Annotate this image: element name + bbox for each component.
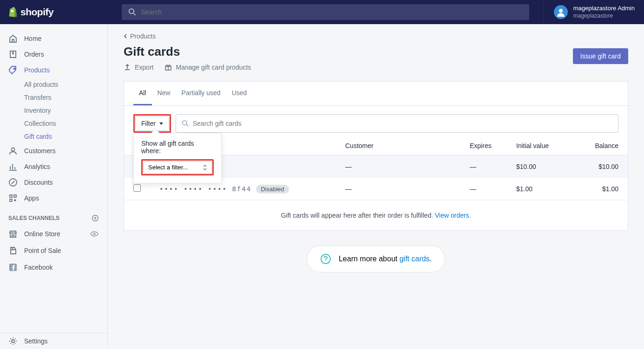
pos-icon bbox=[8, 246, 18, 255]
logo[interactable]: shopify bbox=[0, 6, 108, 18]
filter-popover: Show all gift cards where: Select a filt… bbox=[133, 133, 222, 183]
svg-point-1 bbox=[129, 9, 134, 13]
caret-down-icon bbox=[159, 123, 163, 125]
sidebar-item-discounts[interactable]: Discounts bbox=[0, 174, 107, 190]
filter-bar: Filter Show all gift cards where: Select… bbox=[124, 106, 628, 136]
sidebar-item-home[interactable]: Home bbox=[0, 31, 107, 46]
customers-icon bbox=[8, 146, 18, 155]
gift-icon bbox=[164, 64, 172, 71]
channel-facebook[interactable]: Facebook bbox=[0, 259, 107, 276]
svg-rect-9 bbox=[10, 199, 12, 201]
svg-rect-7 bbox=[10, 195, 12, 197]
chevron-left-icon bbox=[124, 33, 127, 39]
sidebar-item-products[interactable]: Products bbox=[0, 62, 107, 78]
sidebar-item-analytics[interactable]: Analytics bbox=[0, 159, 107, 174]
sidebar-sub-gift-cards[interactable]: Gift cards bbox=[0, 130, 107, 143]
avatar-icon bbox=[556, 7, 565, 17]
sidebar-item-apps[interactable]: Apps bbox=[0, 190, 107, 206]
svg-line-2 bbox=[133, 13, 135, 15]
cell-expires: — bbox=[460, 155, 507, 178]
settings-icon bbox=[8, 336, 18, 346]
popover-label: Show all gift cards where: bbox=[141, 140, 214, 155]
discounts-icon bbox=[8, 178, 18, 187]
sidebar-item-orders[interactable]: Orders bbox=[0, 46, 107, 62]
facebook-icon bbox=[8, 263, 18, 272]
search-gift-cards[interactable] bbox=[176, 114, 618, 133]
sidebar: Home Orders Products All products Transf… bbox=[0, 24, 108, 349]
help-icon bbox=[320, 253, 331, 265]
global-search[interactable] bbox=[122, 4, 529, 20]
svg-point-12 bbox=[13, 248, 13, 249]
svg-rect-8 bbox=[14, 195, 16, 197]
annotation-highlight: Filter bbox=[133, 114, 171, 133]
logo-text: shopify bbox=[20, 6, 53, 18]
sidebar-item-settings[interactable]: Settings bbox=[0, 333, 107, 349]
annotation-highlight-select: Select a filter... bbox=[141, 159, 214, 175]
main-content: Products Gift cards Export Manage gift c… bbox=[108, 24, 644, 349]
svg-line-17 bbox=[186, 124, 188, 126]
sales-channels-header: SALES CHANNELS bbox=[0, 206, 107, 226]
channel-point-of-sale[interactable]: Point of Sale bbox=[0, 242, 107, 259]
sidebar-item-customers[interactable]: Customers bbox=[0, 143, 107, 159]
svg-point-16 bbox=[183, 121, 187, 125]
search-icon bbox=[128, 8, 136, 16]
filter-button[interactable]: Filter bbox=[135, 116, 169, 131]
channel-online-store[interactable]: Online Store bbox=[0, 226, 107, 242]
add-channel-icon[interactable] bbox=[92, 214, 99, 222]
tab-partially-used[interactable]: Partially used bbox=[176, 82, 226, 105]
export-button[interactable]: Export bbox=[124, 64, 153, 71]
export-icon bbox=[124, 64, 131, 71]
manage-products-button[interactable]: Manage gift card products bbox=[164, 64, 251, 71]
view-store-icon[interactable] bbox=[90, 229, 99, 239]
status-badge: Disabled bbox=[256, 185, 289, 194]
analytics-icon bbox=[8, 162, 18, 171]
issue-gift-card-button[interactable]: Issue gift card bbox=[573, 48, 628, 64]
col-expires: Expires bbox=[460, 136, 507, 155]
learn-more-box: Learn more about gift cards. bbox=[307, 246, 445, 272]
sidebar-sub-collections[interactable]: Collections bbox=[0, 117, 107, 130]
select-caret-icon bbox=[203, 165, 207, 170]
svg-point-3 bbox=[559, 9, 563, 13]
tab-used[interactable]: Used bbox=[226, 82, 253, 105]
sidebar-sub-inventory[interactable]: Inventory bbox=[0, 104, 107, 117]
sidebar-sub-all-products[interactable]: All products bbox=[0, 78, 107, 91]
svg-point-11 bbox=[93, 233, 95, 235]
search-icon bbox=[182, 120, 189, 127]
search-wrapper bbox=[108, 4, 543, 20]
sidebar-sub-transfers[interactable]: Transfers bbox=[0, 91, 107, 104]
filter-select[interactable]: Select a filter... bbox=[143, 161, 212, 174]
cell-customer: — bbox=[336, 155, 460, 178]
empty-state-message: Gift cards will appear here after their … bbox=[124, 200, 628, 230]
user-store: mageplazastore bbox=[573, 13, 635, 20]
col-customer: Customer bbox=[336, 136, 460, 155]
view-orders-link[interactable]: View orders bbox=[435, 212, 469, 219]
tab-new[interactable]: New bbox=[152, 82, 176, 105]
col-balance: Balance bbox=[577, 136, 628, 155]
gift-cards-card: All New Partially used Used Filter S bbox=[124, 81, 628, 231]
topbar: shopify mageplazastore Admin mageplazast… bbox=[0, 0, 644, 24]
avatar bbox=[554, 5, 568, 19]
tab-all[interactable]: All bbox=[133, 82, 152, 105]
shopify-bag-icon bbox=[8, 7, 18, 17]
user-name: mageplazastore Admin bbox=[573, 5, 635, 13]
cell-balance: $1.00 bbox=[577, 178, 628, 200]
svg-point-4 bbox=[14, 68, 15, 70]
cell-balance: $10.00 bbox=[577, 155, 628, 178]
cell-expires: — bbox=[460, 178, 507, 200]
gift-cards-help-link[interactable]: gift cards bbox=[400, 255, 430, 263]
apps-icon bbox=[8, 194, 18, 203]
search-gift-cards-input[interactable] bbox=[193, 120, 612, 127]
products-icon bbox=[8, 65, 18, 75]
cell-customer: — bbox=[336, 178, 460, 200]
user-menu[interactable]: mageplazastore Admin mageplazastore bbox=[543, 0, 644, 24]
svg-point-14 bbox=[12, 340, 14, 343]
store-icon bbox=[8, 229, 18, 239]
page-title: Gift cards bbox=[124, 45, 251, 59]
global-search-input[interactable] bbox=[141, 8, 522, 16]
breadcrumb[interactable]: Products bbox=[124, 32, 156, 40]
col-initial: Initial value bbox=[507, 136, 577, 155]
cell-initial: $10.00 bbox=[507, 155, 577, 178]
home-icon bbox=[8, 34, 18, 43]
tabs: All New Partially used Used bbox=[124, 82, 628, 106]
row-checkbox[interactable] bbox=[133, 184, 141, 192]
